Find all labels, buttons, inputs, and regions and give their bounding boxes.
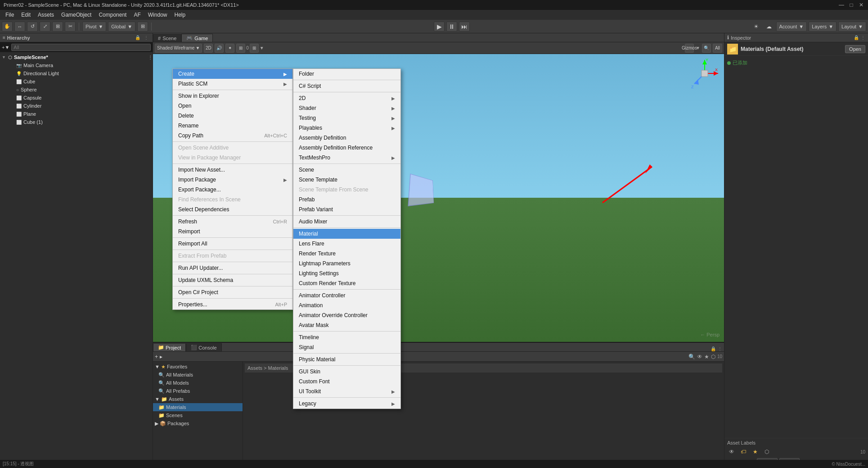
menu-edit[interactable]: Edit — [18, 11, 34, 19]
tool-hand[interactable]: ✋ — [2, 22, 13, 32]
ctx-reimport[interactable]: Reimport — [173, 227, 292, 236]
layout-dropdown[interactable]: Layout ▼ — [838, 22, 866, 32]
maximize-btn[interactable]: □ — [848, 2, 855, 8]
search-cloud-icon[interactable]: ☀ — [751, 22, 762, 32]
ctx2-timeline[interactable]: Timeline — [293, 332, 400, 342]
add-asset-btn[interactable]: + — [155, 354, 158, 360]
menu-af[interactable]: AF — [130, 11, 144, 19]
tab-console[interactable]: ⬛ Console — [186, 343, 221, 351]
folder-nav-btn[interactable]: ▸ — [160, 354, 162, 360]
audio-btn[interactable]: 🔊 — [215, 44, 224, 53]
tree-item-cube1[interactable]: ⬜ Cube (1) — [0, 118, 153, 126]
layers-dropdown[interactable]: Layers ▼ — [809, 22, 837, 32]
ctx2-textmeshpro[interactable]: TextMeshPro ▶ — [293, 153, 400, 163]
eye-icon[interactable]: 👁 — [697, 354, 702, 360]
menu-component[interactable]: Component — [95, 11, 130, 19]
step-button[interactable]: ⏭ — [459, 22, 470, 32]
ctx2-material[interactable]: Material — [293, 229, 400, 239]
shading-dropdown[interactable]: Shaded Wireframe ▼ — [155, 44, 202, 53]
pause-button[interactable]: ⏸ — [446, 22, 457, 32]
prefab-icon[interactable]: ⬡ — [711, 354, 715, 360]
ctx-open-csharp[interactable]: Open C# Project — [173, 287, 292, 297]
close-btn[interactable]: ✕ — [858, 2, 864, 8]
ctx-properties[interactable]: Properties... Alt+P — [173, 300, 292, 309]
all-models-item[interactable]: 🔍 All Models — [153, 379, 243, 387]
ctx-select-dependencies[interactable]: Select Dependencies — [173, 204, 292, 214]
ctx-rename[interactable]: Rename — [173, 121, 292, 131]
tree-item-directionallight[interactable]: 💡 Directional Light — [0, 69, 153, 77]
star-icon[interactable]: ★ — [704, 354, 709, 360]
project-menu[interactable]: ⋮ — [718, 346, 722, 351]
ctx2-scene-template[interactable]: Scene Template — [293, 175, 400, 185]
ctx-plastic-scm[interactable]: Plastic SCM ▶ — [173, 79, 292, 89]
ctx2-assembly-def[interactable]: Assembly Definition — [293, 133, 400, 143]
inspector-star-btn[interactable]: ★ — [751, 447, 760, 456]
open-asset-button[interactable]: Open — [845, 45, 865, 53]
tool-transform[interactable]: ✂ — [65, 22, 76, 32]
ctx2-custom-render-texture[interactable]: Custom Render Texture — [293, 278, 400, 288]
ctx2-2d[interactable]: 2D ▶ — [293, 93, 400, 103]
favorites-item[interactable]: ▼ ★ Favorites — [153, 363, 243, 371]
ctx2-audio-mixer[interactable]: Audio Mixer — [293, 217, 400, 227]
ctx2-gui-skin[interactable]: GUI Skin — [293, 367, 400, 377]
ctx-delete[interactable]: Delete — [173, 111, 292, 121]
menu-window[interactable]: Window — [144, 11, 171, 19]
inspector-lock[interactable]: 🔒 — [854, 35, 859, 40]
layers-filter-dropdown[interactable]: All — [713, 44, 722, 53]
packages-item[interactable]: ▶ 📦 Packages — [153, 419, 243, 427]
ctx2-shader[interactable]: Shader ▶ — [293, 103, 400, 113]
tool-rect[interactable]: ⊞ — [52, 22, 63, 32]
hierarchy-search-input[interactable] — [11, 44, 151, 51]
menu-help[interactable]: Help — [171, 11, 189, 19]
ctx2-lightmap-params[interactable]: Lightmap Parameters — [293, 259, 400, 268]
ctx2-testing[interactable]: Testing ▶ — [293, 113, 400, 123]
tree-item-cube[interactable]: ⬜ Cube — [0, 77, 153, 86]
ctx2-playables[interactable]: Playables ▶ — [293, 123, 400, 133]
project-lock[interactable]: 🔒 — [711, 346, 716, 351]
ctx2-scene[interactable]: Scene — [293, 165, 400, 175]
tree-item-maincamera[interactable]: 📷 Main Camera — [0, 61, 153, 69]
ctx2-signal[interactable]: Signal — [293, 342, 400, 352]
inspector-eye-btn[interactable]: 👁 — [727, 447, 736, 456]
ctx-import-package[interactable]: Import Package ▶ — [173, 175, 292, 185]
ctx2-animator-controller[interactable]: Animator Controller — [293, 291, 400, 300]
ctx2-csharp[interactable]: C# Script — [293, 81, 400, 91]
search-project-icon[interactable]: 🔍 — [688, 354, 695, 360]
gizmos-btn[interactable]: Gizmos — [685, 44, 694, 53]
collab-icon[interactable]: ☁ — [764, 22, 774, 32]
tab-game[interactable]: 🎮 Game — [181, 34, 213, 42]
ctx2-avatar-mask[interactable]: Avatar Mask — [293, 320, 400, 330]
add-scene-btn[interactable]: +▼ — [2, 45, 9, 50]
ctx-create[interactable]: Create ▶ — [173, 69, 292, 79]
ctx-copy-path[interactable]: Copy Path Alt+Ctrl+C — [173, 131, 292, 141]
ctx2-animation[interactable]: Animation — [293, 300, 400, 310]
menu-file[interactable]: File — [2, 11, 18, 19]
fx-btn[interactable]: ✦ — [225, 44, 234, 53]
tab-project[interactable]: 📁 Project — [153, 343, 186, 351]
ctx-open[interactable]: Open — [173, 101, 292, 111]
inspector-prefab-btn[interactable]: ⬡ — [762, 447, 771, 456]
ctx2-folder[interactable]: Folder — [293, 69, 400, 79]
ctx2-prefab[interactable]: Prefab — [293, 195, 400, 204]
tree-item-sphere[interactable]: ○ Sphere — [0, 86, 153, 94]
tree-item-cylinder[interactable]: ⬜ Cylinder — [0, 102, 153, 110]
inspector-tag-btn[interactable]: 🏷 — [739, 447, 748, 456]
pivot-dropdown[interactable]: Pivot ▼ — [82, 22, 106, 32]
menu-assets[interactable]: Assets — [34, 11, 58, 19]
play-button[interactable]: ▶ — [434, 22, 445, 32]
tree-item-capsule[interactable]: ⬜ Capsule — [0, 94, 153, 102]
2d-toggle[interactable]: 2D — [204, 44, 213, 53]
menu-gameobject[interactable]: GameObject — [58, 11, 95, 19]
ctx-reimport-all[interactable]: Reimport All — [173, 239, 292, 249]
ctx-update-uxml[interactable]: Update UXML Schema — [173, 275, 292, 285]
ctx2-lens-flare[interactable]: Lens Flare — [293, 239, 400, 249]
hierarchy-menu[interactable]: ⋮ — [143, 34, 150, 41]
minimize-btn[interactable]: — — [838, 2, 845, 8]
ctx-show-explorer[interactable]: Show in Explorer — [173, 91, 292, 101]
tree-item-plane[interactable]: ⬜ Plane — [0, 110, 153, 118]
ctx2-physic-material[interactable]: Physic Material — [293, 354, 400, 364]
inspector-menu[interactable]: ⋮ — [861, 35, 865, 40]
ctx-refresh[interactable]: Refresh Ctrl+R — [173, 217, 292, 227]
ctx2-ui-toolkit[interactable]: UI Toolkit ▶ — [293, 386, 400, 396]
ctx2-animator-override[interactable]: Animator Override Controller — [293, 310, 400, 320]
